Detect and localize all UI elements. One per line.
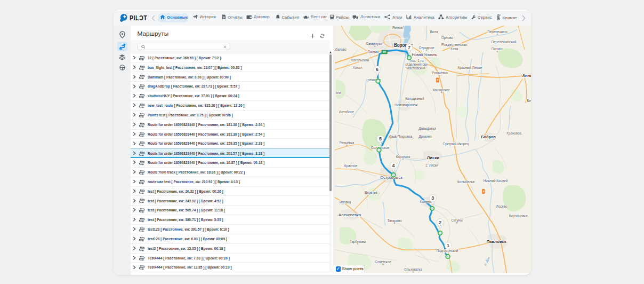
svg-text:Хава: Хава [450, 47, 458, 51]
svg-text:Каширское: Каширское [432, 88, 450, 92]
svg-text:Веретье: Веретье [364, 191, 377, 195]
svg-text:Красный Лиман: Красный Лиман [457, 66, 482, 70]
svg-text:Дракино: Дракино [418, 135, 432, 139]
svg-text:Бе: Бе [527, 99, 531, 102]
svg-text:Новая Усмань: Новая Усмань [412, 52, 437, 57]
svg-text:3: 3 [431, 195, 434, 201]
svg-text:Воронцовка: Воронцовка [509, 214, 527, 218]
svg-text:1: 1 [447, 243, 449, 248]
svg-text:Орлово: Орлово [441, 36, 453, 40]
svg-text:Хохольский: Хохольский [351, 58, 369, 62]
svg-text:Репьёвка: Репьёвка [339, 141, 354, 145]
svg-text:Гарбузово: Гарбузово [350, 240, 366, 244]
svg-text:Нижний Кислей: Нижний Кислей [483, 179, 508, 183]
svg-text:яги: яги [336, 91, 341, 94]
svg-text:Перелешинский: Перелешинский [491, 40, 516, 44]
svg-text:Колыбелка: Колыбелка [457, 180, 474, 184]
svg-text:Ямное°: Ямное° [392, 26, 404, 29]
svg-text:6: 6 [376, 67, 379, 72]
svg-text:Рождественская: Рождественская [441, 43, 467, 47]
svg-text:Иловка: Иловка [339, 200, 351, 204]
svg-text:Советское: Советское [375, 260, 391, 264]
svg-text:"Масловский": "Масловский" [405, 66, 426, 70]
svg-text:Хохол: Хохол [352, 66, 362, 69]
svg-text:Урыв-Покровка: Урыв-Покровка [388, 135, 412, 139]
svg-text:Павловск: Павловск [486, 239, 506, 244]
svg-text:Алексеевка: Алексеевка [338, 212, 361, 217]
svg-text:4: 4 [392, 163, 395, 168]
svg-text:7: 7 [408, 45, 410, 50]
svg-text:Панино: Панино [491, 47, 503, 51]
svg-text:Лосево: Лосево [496, 204, 508, 208]
svg-text:Давыдовка: Давыдовка [418, 127, 436, 131]
svg-text:Сагуны: Сагуны [451, 218, 463, 223]
svg-text:Отрадное: Отрадное [418, 46, 434, 50]
svg-text:Татарино: Татарино [387, 219, 402, 223]
svg-text:Латная: Латная [367, 50, 379, 53]
svg-text:пос. 1-го: пос. 1-го [410, 59, 423, 62]
svg-text:Ольховатка: Ольховатка [404, 267, 422, 271]
svg-text:Хреновое: Хреновое [506, 131, 521, 136]
svg-text:2: 2 [439, 220, 441, 225]
svg-text:Истобное: Истобное [339, 110, 354, 114]
svg-text:Воля: Воля [430, 30, 438, 34]
svg-text:5: 5 [379, 136, 381, 141]
svg-text:Колодезный: Колодезный [405, 97, 424, 101]
svg-text:Семилуки°: Семилуки° [365, 42, 383, 46]
svg-text:Лиски: Лиски [426, 155, 439, 160]
svg-text:Средний Икорец: Средний Икорец [442, 142, 469, 146]
svg-text:Рогачёвка: Рогачёвка [432, 71, 448, 75]
svg-text:с. Лиски: с. Лиски [425, 163, 438, 167]
svg-text:Анна: Анна [522, 73, 531, 78]
svg-text:Коротояк: Коротояк [396, 155, 410, 159]
svg-text:Нововоронеж: Нововоронеж [395, 103, 417, 107]
svg-text:Красное: Красное [344, 164, 357, 168]
svg-text:рбатово: рбатово [335, 48, 347, 52]
svg-text:M4: M4 [383, 51, 387, 53]
svg-text:Бобров: Бобров [481, 135, 496, 139]
